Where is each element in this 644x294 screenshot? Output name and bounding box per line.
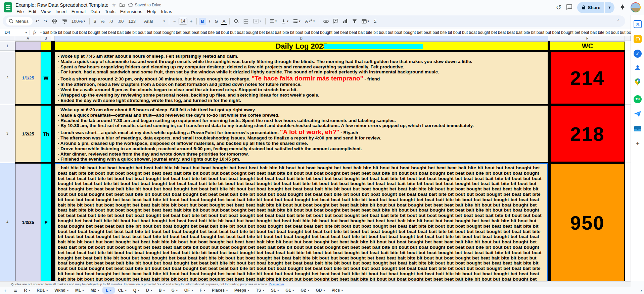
menu-view[interactable]: View xyxy=(39,8,53,15)
hidden-column-c[interactable] xyxy=(51,36,55,41)
document-title[interactable]: Example: Raw Data Spreadsheet Template xyxy=(15,2,108,8)
paint-format-button[interactable] xyxy=(60,18,69,25)
sheet-tab-q[interactable]: Q▾ xyxy=(130,287,143,294)
sheet-tab-s1[interactable]: S1▾ xyxy=(268,287,282,294)
sheet-tab-g1[interactable]: G1▾ xyxy=(282,287,297,294)
cell-a3-date[interactable]: 1/2/25 xyxy=(15,105,41,162)
cell-d3-log[interactable]: - Woke up at 6:20 am after about 6.5 hou… xyxy=(55,105,548,162)
text-rotation-button[interactable]: A ▾ xyxy=(303,18,317,25)
cell-f3-count[interactable]: 218 xyxy=(550,105,625,162)
column-header-a[interactable]: A xyxy=(15,36,41,41)
maps-icon[interactable] xyxy=(634,78,642,86)
cell-b4-day[interactable]: F xyxy=(41,163,51,281)
row-header-3[interactable]: 3 xyxy=(0,105,15,162)
share-dropdown[interactable]: ▼ xyxy=(605,2,614,13)
italic-button[interactable]: I xyxy=(207,17,212,25)
decrease-font-size-button[interactable]: − xyxy=(171,18,178,25)
print-button[interactable] xyxy=(50,18,59,24)
menu-format[interactable]: Format xyxy=(69,8,88,15)
horizontal-align-button[interactable]: ▾ xyxy=(268,18,279,24)
vertical-align-button[interactable]: ▾ xyxy=(279,18,290,24)
sheet-tab-wknd[interactable]: Wknd▾ xyxy=(51,287,72,294)
menu-edit[interactable]: Edit xyxy=(26,8,39,15)
column-header-f[interactable]: F xyxy=(550,36,625,41)
send-plane-icon[interactable] xyxy=(634,110,642,118)
cell-b2-day[interactable]: W xyxy=(41,52,51,104)
text-color-button[interactable]: A xyxy=(221,18,228,25)
increase-font-size-button[interactable]: + xyxy=(188,18,195,25)
undo-button[interactable]: ↶ xyxy=(33,18,41,25)
sheet-tab-of[interactable]: OF▾ xyxy=(181,287,196,294)
merge-cells-button[interactable]: ▾ xyxy=(251,18,263,24)
cell-d1-title[interactable]: Daily Log 2025 xyxy=(55,42,548,51)
menu-tools[interactable]: Tools xyxy=(102,8,118,15)
font-size-input[interactable]: 14 xyxy=(179,18,187,24)
increase-decimals-button[interactable]: .00 xyxy=(116,18,126,25)
cell-b3-day[interactable]: Th xyxy=(41,105,51,162)
row-header-2[interactable]: 2 xyxy=(0,52,15,104)
formula-input[interactable]: - bait bite bit bout but boat bought bet… xyxy=(40,30,631,35)
menu-file[interactable]: File xyxy=(14,8,26,15)
inbox-icon[interactable] xyxy=(634,125,642,133)
functions-button[interactable]: Σ xyxy=(372,18,378,25)
sheet-tab-g[interactable]: G▾ xyxy=(168,287,181,294)
sheet-tab-r[interactable]: R▾ xyxy=(21,287,34,294)
scroll-tabs-right-button[interactable]: › xyxy=(641,288,642,293)
menu-data[interactable]: Data xyxy=(88,8,103,15)
insert-chart-button[interactable] xyxy=(341,18,350,24)
cell-a4-date[interactable]: 1/3/25 xyxy=(15,163,41,281)
cell-a1[interactable] xyxy=(15,42,41,51)
keep-icon[interactable] xyxy=(634,35,642,43)
sheet-tab-ts[interactable]: TS▾ xyxy=(252,287,267,294)
name-box[interactable]: D4▾ xyxy=(0,30,30,35)
filter-button[interactable] xyxy=(350,18,359,24)
column-header-d[interactable]: D xyxy=(55,36,548,41)
sheet-tab-f[interactable]: F▾ xyxy=(196,287,208,294)
cyan-drawing-overlay[interactable] xyxy=(324,44,423,49)
column-header-next[interactable] xyxy=(625,36,631,41)
borders-button[interactable] xyxy=(241,18,250,25)
add-sheet-button[interactable]: + xyxy=(0,288,10,293)
bold-button[interactable]: B xyxy=(199,18,206,25)
contacts-icon[interactable] xyxy=(634,64,642,72)
menu-ideas[interactable]: Ideas xyxy=(158,8,174,15)
select-all-corner[interactable] xyxy=(0,36,15,41)
strikethrough-button[interactable]: S xyxy=(213,18,220,25)
redo-button[interactable]: ↷ xyxy=(42,18,49,25)
sheet-tab-pics[interactable]: Pics▾ xyxy=(328,287,346,294)
sheet-tab-gd[interactable]: GD▾ xyxy=(312,287,328,294)
saved-status[interactable]: Saved to Drive xyxy=(128,3,162,7)
comment-history-icon[interactable] xyxy=(566,4,572,11)
fill-color-button[interactable] xyxy=(232,18,241,25)
sheets-logo-icon[interactable] xyxy=(4,2,12,12)
sheet-tab-rd1[interactable]: RD1▾ xyxy=(33,287,51,294)
all-sheets-button[interactable]: ≡ xyxy=(10,288,21,293)
text-wrap-button[interactable]: ▾ xyxy=(291,18,303,24)
menu-help[interactable]: Help xyxy=(145,8,159,15)
menus-search-button[interactable]: Menus xyxy=(6,17,33,25)
zoom-select[interactable]: 100%▾ xyxy=(70,18,87,25)
sheet-tab-b[interactable]: B▾ xyxy=(155,287,168,294)
insert-comment-button[interactable] xyxy=(331,18,340,24)
tn-app-icon[interactable]: TN xyxy=(634,95,642,103)
cell-f2-count[interactable]: 214 xyxy=(550,52,625,104)
tasks-icon[interactable]: ✓ xyxy=(634,50,642,58)
sheet-tab-g2[interactable]: G2▾ xyxy=(297,287,312,294)
decrease-decimals-button[interactable]: .0 xyxy=(107,18,115,25)
menu-extensions[interactable]: Extensions xyxy=(118,8,145,15)
sheet-tab-d[interactable]: D▾ xyxy=(143,287,155,294)
cell-f1-wc[interactable]: WC xyxy=(550,42,625,51)
more-formats-button[interactable]: 123 xyxy=(126,18,138,25)
cell-b1[interactable] xyxy=(41,42,51,51)
date-link-1-1-25[interactable]: 1/1/25 xyxy=(22,75,34,80)
version-history-icon[interactable]: ↺ xyxy=(556,4,561,11)
row-header-4[interactable]: 4 xyxy=(0,163,15,281)
sheet-tab-cl[interactable]: CL▾ xyxy=(115,287,130,294)
hide-toolbar-button[interactable]: ⌃ xyxy=(616,19,622,23)
column-header-b[interactable]: B xyxy=(41,36,51,41)
sheet-tab-m1[interactable]: M1▾ xyxy=(72,287,87,294)
star-icon[interactable]: ☆ xyxy=(112,2,116,8)
menu-insert[interactable]: Insert xyxy=(53,8,69,15)
cell-d4-active[interactable]: - bait bite bit bout but boat bought bet… xyxy=(55,163,548,281)
table-views-button[interactable]: ▾ xyxy=(360,18,371,24)
